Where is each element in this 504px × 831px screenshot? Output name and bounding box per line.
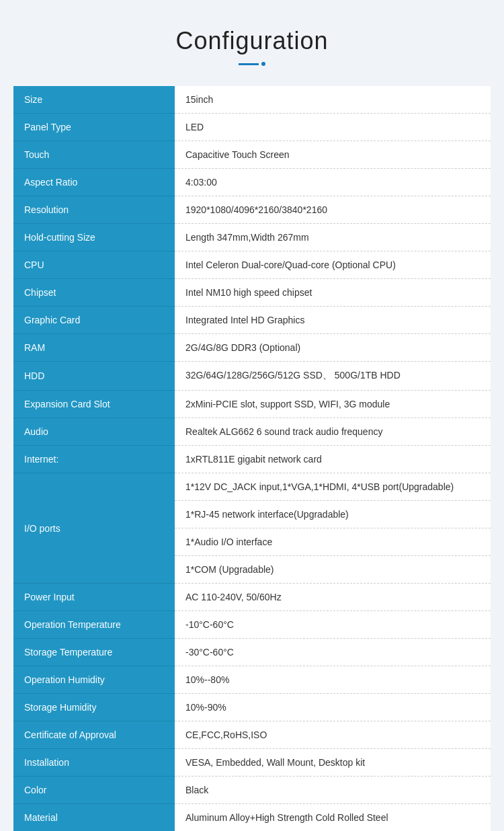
row-label: Storage Temperature <box>13 639 175 666</box>
table-row: Storage Temperature-30°C-60°C <box>13 639 491 666</box>
table-row: Certificate of ApprovalCE,FCC,RoHS,ISO <box>13 721 491 749</box>
row-label: RAM <box>13 334 175 362</box>
table-row: Resolution1920*1080/4096*2160/3840*2160 <box>13 196 491 224</box>
row-label: Audio <box>13 418 175 446</box>
table-row: ChipsetIntel NM10 high speed chipset <box>13 279 491 307</box>
row-value: -30°C-60°C <box>175 639 491 666</box>
table-row: Hold-cutting SizeLength 347mm,Width 267m… <box>13 224 491 251</box>
underline-dot <box>261 62 265 66</box>
row-label: HDD <box>13 362 175 391</box>
table-row: CPUIntel Celeron Dual-core/Quad-core (Op… <box>13 251 491 279</box>
table-row: Graphic CardIntegrated Intel HD Graphics <box>13 307 491 334</box>
row-value: -10°C-60°C <box>175 611 491 639</box>
table-row: ColorBlack <box>13 777 491 804</box>
table-row: Size15inch <box>13 86 491 114</box>
row-label: CPU <box>13 251 175 279</box>
row-value: 1*RJ-45 network interface(Upgradable) <box>175 501 491 528</box>
row-label: Storage Humidity <box>13 694 175 721</box>
row-value: 2G/4G/8G DDR3 (Optional) <box>175 334 491 362</box>
row-label: Operation Humidity <box>13 666 175 694</box>
row-label: Panel Type <box>13 114 175 141</box>
row-value: LED <box>175 114 491 141</box>
row-value: 2xMini-PCIE slot, support SSD, WIFI, 3G … <box>175 391 491 418</box>
table-row: Panel TypeLED <box>13 114 491 141</box>
row-value: VESA, Embedded, Wall Mount, Desktop kit <box>175 749 491 777</box>
row-label: Touch <box>13 141 175 169</box>
row-value: Black <box>175 777 491 804</box>
row-value: Intel NM10 high speed chipset <box>175 279 491 307</box>
table-row: Internet:1xRTL811E gigabit network card <box>13 446 491 473</box>
table-row: TouchCapacitive Touch Screen <box>13 141 491 169</box>
row-label: Chipset <box>13 279 175 307</box>
row-value: CE,FCC,RoHS,ISO <box>175 721 491 749</box>
row-value: Intel Celeron Dual-core/Quad-core (Optio… <box>175 251 491 279</box>
row-label: Material <box>13 804 175 832</box>
row-value: 1*Audio I/O interface <box>175 528 491 556</box>
row-label: Expansion Card Slot <box>13 391 175 418</box>
row-label: Operation Temperature <box>13 611 175 639</box>
row-label: Hold-cutting Size <box>13 224 175 251</box>
page-title: Configuration <box>13 27 491 55</box>
row-label: Installation <box>13 749 175 777</box>
page-wrapper: Configuration Size15inchPanel TypeLEDTou… <box>0 0 504 831</box>
row-value: 10%--80% <box>175 666 491 694</box>
row-label: Certificate of Approval <box>13 721 175 749</box>
table-row: Operation Temperature-10°C-60°C <box>13 611 491 639</box>
table-row: Expansion Card Slot2xMini-PCIE slot, sup… <box>13 391 491 418</box>
row-value: 1*COM (Upgradable) <box>175 556 491 584</box>
row-value: 1*12V DC_JACK input,1*VGA,1*HDMI, 4*USB … <box>175 473 491 501</box>
row-value: 4:03:00 <box>175 169 491 196</box>
row-label: Aspect Ratio <box>13 169 175 196</box>
row-value: 1xRTL811E gigabit network card <box>175 446 491 473</box>
row-label: Resolution <box>13 196 175 224</box>
underline-bar <box>239 63 259 65</box>
row-label: I/O ports <box>13 473 175 584</box>
title-underline <box>13 62 491 66</box>
table-row: Operation Humidity10%--80% <box>13 666 491 694</box>
row-value: 15inch <box>175 86 491 114</box>
table-row: Power InputAC 110-240V, 50/60Hz <box>13 584 491 611</box>
row-label: Internet: <box>13 446 175 473</box>
row-value: AC 110-240V, 50/60Hz <box>175 584 491 611</box>
table-row: AudioRealtek ALG662 6 sound track audio … <box>13 418 491 446</box>
table-row: Aspect Ratio4:03:00 <box>13 169 491 196</box>
row-value: 1920*1080/4096*2160/3840*2160 <box>175 196 491 224</box>
row-value: Capacitive Touch Screen <box>175 141 491 169</box>
table-row: MaterialAluminum Alloy+High Strength Col… <box>13 804 491 832</box>
table-row: HDD32G/64G/128G/256G/512G SSD、 500G/1TB … <box>13 362 491 391</box>
table-row: InstallationVESA, Embedded, Wall Mount, … <box>13 749 491 777</box>
row-label: Graphic Card <box>13 307 175 334</box>
table-row: RAM2G/4G/8G DDR3 (Optional) <box>13 334 491 362</box>
row-label: Power Input <box>13 584 175 611</box>
row-value: 32G/64G/128G/256G/512G SSD、 500G/1TB HDD <box>175 362 491 391</box>
config-table: Size15inchPanel TypeLEDTouchCapacitive T… <box>13 86 491 831</box>
title-section: Configuration <box>13 27 491 66</box>
row-value: 10%-90% <box>175 694 491 721</box>
row-value: Integrated Intel HD Graphics <box>175 307 491 334</box>
row-value: Aluminum Alloy+High Strength Cold Rolled… <box>175 804 491 832</box>
table-row: I/O ports1*12V DC_JACK input,1*VGA,1*HDM… <box>13 473 491 501</box>
row-label: Color <box>13 777 175 804</box>
row-label: Size <box>13 86 175 114</box>
row-value: Realtek ALG662 6 sound track audio frequ… <box>175 418 491 446</box>
row-value: Length 347mm,Width 267mm <box>175 224 491 251</box>
table-row: Storage Humidity10%-90% <box>13 694 491 721</box>
